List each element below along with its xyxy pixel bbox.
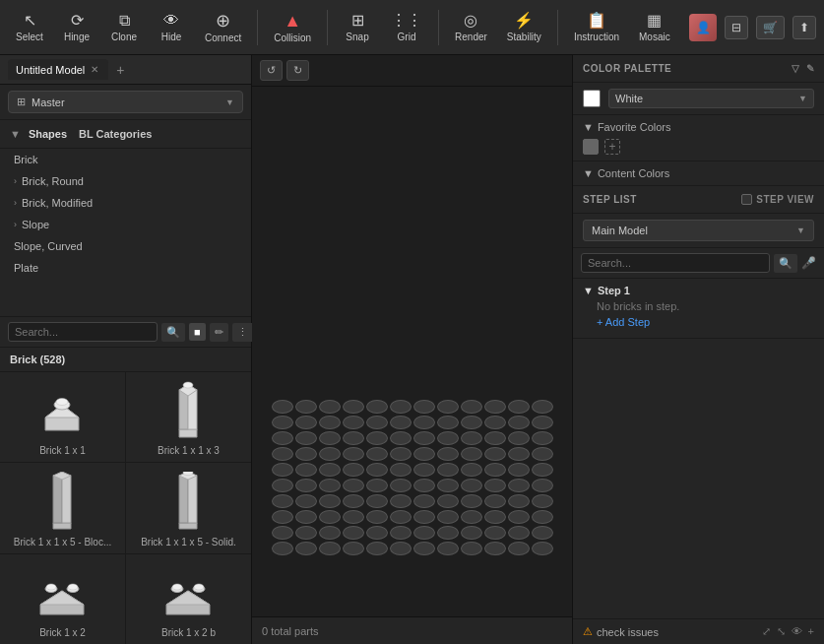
- color-select-dropdown[interactable]: White ▼: [608, 89, 814, 108]
- toolbar-connect[interactable]: ⊕ Connect: [197, 8, 249, 47]
- toolbar-select[interactable]: ↖ Select: [8, 9, 51, 46]
- bottom-icon-4[interactable]: +: [808, 625, 814, 638]
- stud: [272, 494, 293, 508]
- fav-add-btn[interactable]: +: [604, 139, 620, 155]
- stud: [437, 526, 459, 540]
- stud-row: [272, 510, 553, 524]
- stud: [413, 431, 435, 445]
- stud: [295, 542, 317, 555]
- step-list-header: STEP LIST Step view: [573, 186, 824, 214]
- stud: [390, 447, 412, 461]
- toolbar-clone[interactable]: ⧉ Clone: [102, 9, 146, 46]
- main-model-row: Main Model ▼: [573, 214, 824, 248]
- tab-bar: Untitled Model ✕ +: [0, 55, 251, 85]
- search-btn[interactable]: 🔍: [161, 323, 185, 342]
- brick-cell-1x1x5block[interactable]: Brick 1 x 1 x 5 - Bloc...: [0, 463, 125, 552]
- toolbar-right-btn-2[interactable]: 🛒: [756, 16, 785, 39]
- instruction-icon: 📋: [587, 13, 606, 29]
- brick-label-1x2b: Brick 1 x 2 b: [161, 627, 216, 638]
- stud: [272, 431, 293, 445]
- shapes-tab-bl[interactable]: BL Categories: [75, 126, 156, 142]
- toolbar-hide[interactable]: 👁 Hide: [150, 9, 193, 46]
- viewport[interactable]: [252, 87, 572, 616]
- stud: [437, 510, 459, 524]
- tab-add-icon[interactable]: +: [112, 60, 128, 80]
- stud: [508, 479, 530, 492]
- tab-untitled-model[interactable]: Untitled Model ✕: [8, 59, 108, 80]
- stud: [508, 463, 530, 477]
- filter-icon[interactable]: ▽: [792, 63, 800, 74]
- viewport-undo-btn[interactable]: ↺: [260, 60, 283, 81]
- viewport-redo-btn[interactable]: ↻: [286, 60, 309, 81]
- toolbar-instruction[interactable]: 📋 Instruction: [566, 9, 627, 46]
- toolbar-hinge[interactable]: ⟳ Hinge: [55, 9, 98, 46]
- step-search-input[interactable]: [581, 253, 770, 273]
- main-model-dropdown[interactable]: Main Model ▼: [583, 220, 814, 241]
- brick-cell-1x2a[interactable]: Brick 1 x 2: [0, 554, 125, 644]
- step-mic-btn[interactable]: 🎤: [801, 256, 816, 270]
- stud-grid: [272, 400, 553, 557]
- toolbar-right-btn-3[interactable]: ⬆: [792, 16, 816, 39]
- brick-cell-1x1x3[interactable]: Brick 1 x 1 x 3: [126, 372, 251, 462]
- content-colors-header[interactable]: ▼ Content Colors: [573, 161, 824, 186]
- toolbar-snap[interactable]: ⊞ Snap: [336, 9, 379, 46]
- favorite-colors-header[interactable]: ▼ Favorite Colors: [583, 121, 814, 133]
- brick-cell-1x2b[interactable]: Brick 1 x 2 b: [126, 554, 251, 644]
- step-search-btn[interactable]: 🔍: [774, 254, 797, 273]
- stud: [532, 494, 553, 508]
- shape-item-brick-round[interactable]: › Brick, Round: [0, 170, 251, 192]
- toolbar-divider-2: [327, 10, 328, 45]
- stud: [319, 542, 341, 555]
- slope-curved-label: Slope, Curved: [14, 240, 83, 252]
- step-view-label: Step view: [756, 194, 814, 205]
- check-issues[interactable]: ⚠ check issues: [583, 625, 659, 638]
- master-dropdown[interactable]: ⊞ Master ▼: [8, 91, 243, 113]
- stud: [390, 463, 412, 477]
- brick-img-1x1: [33, 380, 93, 439]
- fav-swatch-dark[interactable]: [583, 139, 599, 155]
- toolbar-right-btn-1[interactable]: ⊟: [725, 16, 748, 39]
- expand-arrow-slope-icon: ›: [14, 220, 17, 229]
- bottom-icon-3[interactable]: 👁: [792, 625, 802, 638]
- add-step-btn[interactable]: + Add Step: [597, 312, 814, 332]
- toolbar-divider-3: [438, 10, 439, 45]
- toolbar-mosaic[interactable]: ▦ Mosaic: [631, 9, 678, 46]
- stud: [508, 400, 530, 414]
- brick-cell-1x1[interactable]: Brick 1 x 1: [0, 372, 125, 462]
- user-avatar[interactable]: 👤: [689, 14, 717, 41]
- toolbar-tools-group: ↖ Select ⟳ Hinge ⧉ Clone 👁 Hide ⊕ Connec…: [8, 8, 678, 47]
- search-input[interactable]: [8, 322, 158, 342]
- edit-icon[interactable]: ✎: [806, 63, 815, 74]
- step-view-toggle[interactable]: Step view: [741, 194, 814, 205]
- collapse-shapes-icon[interactable]: ▼: [10, 128, 21, 140]
- shape-item-slope[interactable]: › Slope: [0, 214, 251, 235]
- stud-row: [272, 416, 553, 429]
- brick-grid: Brick 1 x 1 Brick 1 x 1 x 3: [0, 372, 251, 644]
- bottom-icon-2[interactable]: ⤡: [777, 625, 786, 638]
- tab-close-icon[interactable]: ✕: [89, 63, 100, 76]
- view-grid-btn[interactable]: ■: [189, 323, 206, 341]
- connect-icon: ⊕: [216, 12, 230, 30]
- shape-item-plate[interactable]: Plate: [0, 257, 251, 279]
- brick-cell-1x1x5solid[interactable]: Brick 1 x 1 x 5 - Solid.: [126, 463, 251, 552]
- stud: [319, 416, 341, 429]
- stud: [366, 494, 388, 508]
- stud: [366, 400, 388, 414]
- shape-item-brick-modified[interactable]: › Brick, Modified: [0, 192, 251, 214]
- brick-img-1x1x5solid: [159, 472, 219, 531]
- view-list-btn[interactable]: ✏: [210, 323, 228, 342]
- toolbar-stability[interactable]: ⚡ Stability: [499, 9, 549, 46]
- bottom-icon-1[interactable]: ⤢: [762, 625, 771, 638]
- shape-item-slope-curved[interactable]: Slope, Curved: [0, 235, 251, 257]
- shape-item-brick[interactable]: Brick: [0, 149, 251, 170]
- warning-icon: ⚠: [583, 625, 593, 638]
- step-view-checkbox[interactable]: [741, 194, 752, 205]
- search-row: 🔍 ■ ✏ ⋮⋮: [0, 316, 251, 348]
- step-1-title[interactable]: ▼ Step 1: [583, 285, 814, 296]
- stud: [484, 431, 506, 445]
- toolbar-collision[interactable]: ▲ Collision: [266, 8, 319, 47]
- brick-label-1x1: Brick 1 x 1: [39, 445, 86, 456]
- shape-list: Brick › Brick, Round › Brick, Modified ›…: [0, 149, 251, 316]
- toolbar-grid[interactable]: ⋮⋮ Grid: [383, 9, 430, 46]
- toolbar-render[interactable]: ◎ Render: [447, 9, 495, 46]
